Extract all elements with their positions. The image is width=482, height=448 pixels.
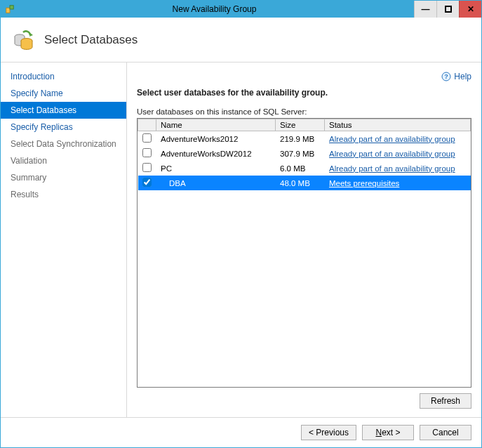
sidebar-item-validation: Validation bbox=[1, 152, 126, 169]
wizard-body: Introduction Specify Name Select Databas… bbox=[1, 62, 481, 417]
cell-name: AdventureWorksDW2012 bbox=[156, 146, 276, 161]
cell-size: 6.0 MB bbox=[276, 161, 325, 176]
column-header-name[interactable]: Name bbox=[156, 119, 276, 131]
cell-size: 307.9 MB bbox=[276, 146, 325, 161]
wizard-header: Select Databases bbox=[1, 18, 481, 62]
status-link[interactable]: Already part of an availability group bbox=[329, 164, 455, 173]
cell-name: AdventureWorks2012 bbox=[156, 131, 276, 147]
sidebar-item-introduction[interactable]: Introduction bbox=[1, 68, 126, 85]
app-icon bbox=[5, 4, 15, 14]
cancel-button[interactable]: Cancel bbox=[420, 425, 471, 440]
sidebar-item-results: Results bbox=[1, 186, 126, 203]
next-button[interactable]: Next > bbox=[362, 425, 414, 440]
sidebar-item-specify-replicas[interactable]: Specify Replicas bbox=[1, 119, 126, 136]
wizard-content: ? Help Select user databases for the ava… bbox=[127, 62, 481, 417]
databases-table: Name Size Status AdventureWorks2012219.9… bbox=[138, 119, 471, 190]
instruction-text: Select user databases for the availabili… bbox=[137, 88, 471, 98]
status-link[interactable]: Already part of an availability group bbox=[329, 150, 455, 158]
status-link[interactable]: Already part of an availability group bbox=[329, 135, 455, 143]
cell-name: PC bbox=[156, 161, 276, 176]
help-icon: ? bbox=[441, 72, 451, 81]
minimize-button[interactable]: — bbox=[414, 1, 436, 18]
column-header-status[interactable]: Status bbox=[325, 119, 471, 131]
wizard-window: New Availability Group — ✕ Select Databa… bbox=[0, 0, 482, 448]
sidebar-item-summary: Summary bbox=[1, 169, 126, 186]
table-row[interactable]: AdventureWorks2012219.9 MBAlready part o… bbox=[138, 131, 471, 147]
next-button-label: Next > bbox=[375, 428, 400, 437]
cell-name: DBA bbox=[156, 176, 276, 190]
table-row[interactable]: AdventureWorksDW2012307.9 MBAlready part… bbox=[138, 146, 471, 161]
previous-button[interactable]: < Previous bbox=[301, 425, 356, 440]
svg-rect-0 bbox=[6, 8, 10, 13]
wizard-footer: < Previous Next > Cancel bbox=[1, 417, 481, 447]
database-icon bbox=[12, 29, 34, 51]
maximize-button[interactable] bbox=[436, 1, 459, 18]
table-row[interactable]: DBA48.0 MBMeets prerequisites bbox=[138, 176, 471, 190]
sidebar-item-specify-name[interactable]: Specify Name bbox=[1, 85, 126, 102]
svg-text:?: ? bbox=[445, 73, 449, 80]
titlebar: New Availability Group — ✕ bbox=[1, 1, 481, 18]
row-checkbox[interactable] bbox=[142, 178, 152, 187]
window-title: New Availability Group bbox=[15, 4, 414, 14]
cell-size: 219.9 MB bbox=[276, 131, 325, 147]
cell-size: 48.0 MB bbox=[276, 176, 325, 190]
refresh-row: Refresh bbox=[137, 388, 471, 409]
column-header-checkbox[interactable] bbox=[138, 119, 156, 131]
row-checkbox[interactable] bbox=[142, 163, 152, 172]
grid-caption: User databases on this instance of SQL S… bbox=[137, 107, 471, 116]
table-row[interactable]: PC6.0 MBAlready part of an availability … bbox=[138, 161, 471, 176]
databases-grid: Name Size Status AdventureWorks2012219.9… bbox=[137, 118, 471, 388]
column-header-size[interactable]: Size bbox=[276, 119, 325, 131]
close-button[interactable]: ✕ bbox=[459, 1, 481, 18]
wizard-sidebar: Introduction Specify Name Select Databas… bbox=[1, 62, 127, 417]
window-controls: — ✕ bbox=[414, 1, 481, 18]
status-link[interactable]: Meets prerequisites bbox=[329, 179, 399, 187]
sidebar-item-select-data-sync: Select Data Synchronization bbox=[1, 136, 126, 152]
page-title: Select Databases bbox=[44, 33, 138, 47]
svg-rect-1 bbox=[10, 6, 13, 9]
help-link[interactable]: ? Help bbox=[137, 70, 471, 84]
refresh-button[interactable]: Refresh bbox=[420, 393, 471, 409]
row-checkbox[interactable] bbox=[142, 133, 152, 143]
row-checkbox[interactable] bbox=[142, 148, 152, 157]
sidebar-item-select-databases[interactable]: Select Databases bbox=[1, 102, 126, 119]
svg-rect-2 bbox=[446, 6, 451, 12]
help-label: Help bbox=[454, 72, 471, 81]
